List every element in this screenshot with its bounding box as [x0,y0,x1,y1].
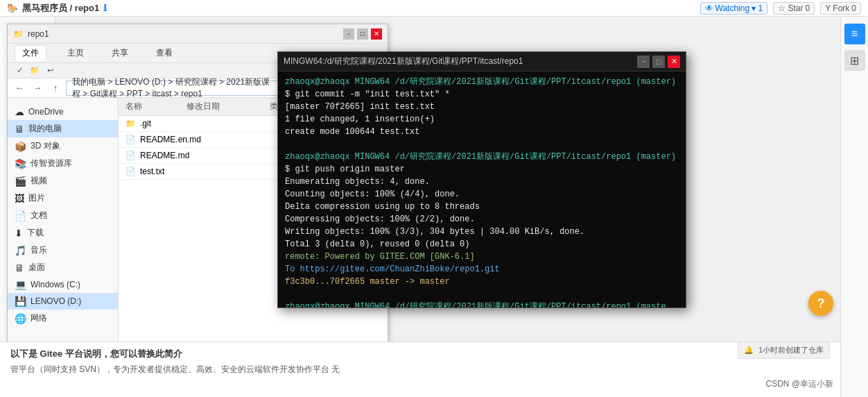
explorer-title-text: repo1 [28,29,49,39]
verified-icon: ℹ [103,3,107,13]
star-count: 0 [806,3,810,13]
col-date: 修改日期 [186,101,270,112]
minimize-button[interactable]: － [343,28,354,40]
d-drive-icon: 💾 [15,296,26,307]
nav-3d[interactable]: 📦 3D 对象 [8,137,118,155]
nav-mypc[interactable]: 🖥 我的电脑 [8,120,118,137]
docs-icon: 📄 [15,210,26,221]
terminal-body[interactable]: zhaoqx@zhaoqx MINGW64 /d/研究院课程/2021新版课程/… [278,71,686,307]
checkmark-icon: ✓ [13,65,26,77]
notification-text: 1小时前创建了仓库 [758,346,824,354]
window-controls: － □ ✕ [343,28,382,40]
nav-d-drive-label: LENOVO (D:) [31,296,81,306]
nav-video[interactable]: 🎬 视频 [8,172,118,189]
address-path[interactable]: 我的电脑 > LENOVO (D:) > 研究院课程 > 2021新版课程 > … [66,81,279,96]
nav-docs-label: 文档 [31,210,47,221]
nav-onedrive[interactable]: ☁ OneDrive [8,103,118,120]
nav-c-drive-label: Windows (C:) [31,280,80,289]
sidebar-nav: ☁ OneDrive 🖥 我的电脑 📦 3D 对象 📚 传智资源库 🎬 [8,98,119,369]
notification-icon: 🔔 [744,346,754,354]
maximize-button[interactable]: □ [357,28,368,40]
forward-button[interactable]: → [30,81,45,96]
file-git-label: .git [140,119,151,128]
right-panel: ≡ ⊞ [840,17,868,397]
csdn-attribution: CSDN @幸运小新 [765,378,833,390]
address-text: 我的电脑 > LENOVO (D:) > 研究院课程 > 2021新版课程 > … [72,76,273,100]
star-button[interactable]: ☆ Star 0 [773,2,815,15]
nav-pictures[interactable]: 🖼 图片 [8,189,118,207]
terminal-window: MINGW64:/d/研究院课程/2021新版课程/Git课程/PPT/itca… [277,51,686,308]
terminal-line-16: To https://gitee.com/ChuanZhiBoke/repo1.… [285,263,679,276]
readme-en-name: 📄 README.en.md [125,135,201,144]
terminal-line-3: [master 70f2665] init test.txt [285,101,679,113]
bottom-title: 以下是 Gitee 平台说明，您可以替换此简介 [10,348,858,360]
top-bar: 🐎 黑马程序员 / repo1 ℹ 👁 Watching ▾ 1 ☆ Star … [0,0,868,17]
terminal-line-11: Delta compression using up to 8 threads [285,201,679,213]
terminal-line-17: f3c3b0...70f2665 master -> master [285,276,679,288]
repo-title-text: 黑马程序员 / repo1 [22,2,99,15]
nav-d-drive[interactable]: 💾 LENOVO (D:) [8,293,118,310]
right-icon-list[interactable]: ≡ [844,24,865,44]
nav-downloads-label: 下载 [27,227,44,239]
undo-icon[interactable]: ↩ [44,65,56,77]
nav-music-label: 音乐 [31,244,47,256]
ribbon-tab-file[interactable]: 文件 [15,45,46,61]
nav-music[interactable]: 🎵 音乐 [8,242,118,259]
nav-desktop-label: 桌面 [28,262,45,273]
music-icon: 🎵 [15,245,26,256]
resources-icon: 📚 [15,158,26,169]
file-git-name: 📁 .git [125,119,186,128]
terminal-line-15: remote: Powered by GITEE.COM [GNK-6.1] [285,251,679,263]
explorer-titlebar: 📁 repo1 － □ ✕ [8,24,388,44]
up-button[interactable]: ↑ [48,81,63,96]
main-wrapper: 目尚未选 分支 1 马程序员 md 📁 repo1 － □ ✕ 文件 主页 共享… [0,17,868,397]
back-button[interactable]: ← [12,81,27,96]
watching-button[interactable]: 👁 Watching ▾ 1 [700,2,768,15]
computer-icon: 🖥 [15,124,24,135]
readme-name: 📄 README.md [125,151,189,160]
nav-mypc-label: 我的电脑 [28,123,62,135]
nav-network-label: 网络 [31,312,47,324]
terminal-line-10: Counting objects: 100% (4/4), done. [285,188,679,201]
folder-git-icon: 📁 [125,119,136,128]
bottom-desc-content: 管平台（同时支持 SVN），专为开发者提供稳定、高效、安全的云端软件开发协作平台… [10,364,340,374]
col-name: 名称 [125,101,186,112]
terminal-line-4: 1 file changed, 1 insertion(+) [285,113,679,126]
bottom-desc-text: 管平台（同时支持 SVN），专为开发者提供稳定、高效、安全的云端软件开发协作平台… [10,363,858,375]
cloud-icon: ☁ [15,106,24,117]
folder-up-icon[interactable]: 📁 [28,65,41,77]
fork-count: 0 [851,3,856,13]
terminal-line-9: Enumerating objects: 4, done. [285,176,679,188]
nav-c-drive[interactable]: 💻 Windows (C:) [8,276,118,293]
terminal-close[interactable]: ✕ [668,56,680,68]
nav-docs[interactable]: 📄 文档 [8,207,118,224]
video-icon: 🎬 [15,176,26,187]
close-button[interactable]: ✕ [371,28,382,40]
ribbon-tab-share[interactable]: 共享 [105,46,135,60]
nav-network[interactable]: 🌐 网络 [8,310,118,327]
nav-downloads[interactable]: ⬇ 下载 [8,224,118,242]
ribbon-tab-view[interactable]: 查看 [149,46,180,60]
bottom-title-text: 以下是 Gitee 平台说明，您可以替换此简介 [10,348,182,359]
ribbon-tab-home[interactable]: 主页 [60,46,91,60]
repo-title: 🐎 黑马程序员 / repo1 ℹ [7,2,107,15]
file-readme-icon: 📄 [125,151,136,160]
nav-desktop[interactable]: 🖥 桌面 [8,259,118,276]
notification-badge: 🔔 1小时前创建了仓库 [738,341,830,359]
terminal-maximize[interactable]: □ [652,56,665,68]
terminal-minimize[interactable]: － [637,56,650,68]
help-button[interactable]: ? [808,291,833,316]
nav-resources[interactable]: 📚 传智资源库 [8,155,118,172]
fork-button[interactable]: Y Fork 0 [820,2,861,15]
readme-en-label: README.en.md [140,135,201,144]
terminal-line-13: Writing objects: 100% (3/3), 304 bytes |… [285,226,679,238]
right-icon-grid[interactable]: ⊞ [844,50,865,71]
nav-pictures-label: 图片 [28,192,45,204]
readme-label: README.md [140,151,189,160]
downloads-icon: ⬇ [15,228,23,239]
terminal-controls: － □ ✕ [637,56,680,68]
terminal-line-19: zhaoqx@zhaoqx MINGW64 /d/研究院课程/2021新版课程/… [285,301,679,307]
fork-label: Y Fork [825,3,849,13]
terminal-line-5: create mode 100644 test.txt [285,126,679,138]
top-bar-actions: 👁 Watching ▾ 1 ☆ Star 0 Y Fork 0 [700,2,861,15]
